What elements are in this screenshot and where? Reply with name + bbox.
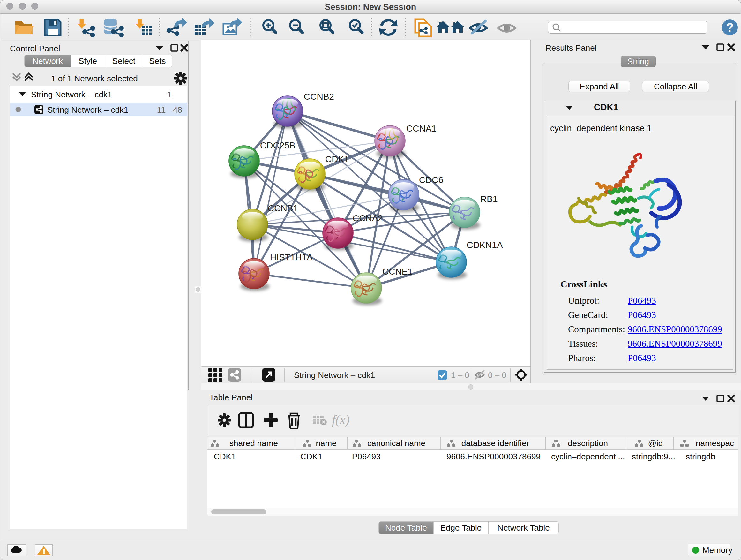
- svg-text:CDK1: CDK1: [214, 452, 236, 461]
- svg-text:canonical name: canonical name: [367, 438, 425, 448]
- svg-text:cyclin–dependent ...: cyclin–dependent ...: [551, 452, 625, 461]
- svg-text:CDKN1A: CDKN1A: [467, 240, 503, 250]
- svg-text:stringdb: stringdb: [686, 452, 716, 461]
- svg-text:namespac: namespac: [696, 438, 734, 448]
- svg-text:P06493: P06493: [352, 452, 381, 461]
- svg-text:shared name: shared name: [229, 438, 278, 448]
- svg-text:CCNB2: CCNB2: [304, 91, 334, 102]
- svg-text:CDC25B: CDC25B: [260, 140, 295, 150]
- svg-text:CCNA1: CCNA1: [406, 124, 436, 133]
- svg-text:f(x): f(x): [332, 413, 350, 427]
- svg-text:CDK1: CDK1: [300, 452, 322, 461]
- svg-text:RB1: RB1: [480, 194, 497, 204]
- svg-text:?: ?: [726, 21, 733, 34]
- svg-text:database identifier: database identifier: [461, 438, 529, 448]
- svg-text:stringdb:9...: stringdb:9...: [632, 452, 675, 461]
- svg-text:9606.ENSP00000378699: 9606.ENSP00000378699: [447, 452, 541, 461]
- svg-text:CCNB1: CCNB1: [268, 203, 298, 213]
- svg-text:description: description: [568, 438, 608, 448]
- svg-text:CDK1: CDK1: [325, 154, 349, 164]
- svg-text:CDC6: CDC6: [419, 175, 443, 185]
- svg-text:CCNE1: CCNE1: [382, 266, 413, 276]
- svg-text:1 – 0: 1 – 0: [451, 370, 469, 380]
- svg-text:String Network – cdk1: String Network – cdk1: [294, 370, 375, 380]
- svg-text:0 – 0: 0 – 0: [488, 370, 507, 380]
- svg-text:CCNA2: CCNA2: [353, 213, 383, 223]
- svg-text:name: name: [316, 438, 336, 448]
- svg-text:HIST1H1A: HIST1H1A: [270, 252, 313, 262]
- svg-text:@id: @id: [648, 438, 663, 448]
